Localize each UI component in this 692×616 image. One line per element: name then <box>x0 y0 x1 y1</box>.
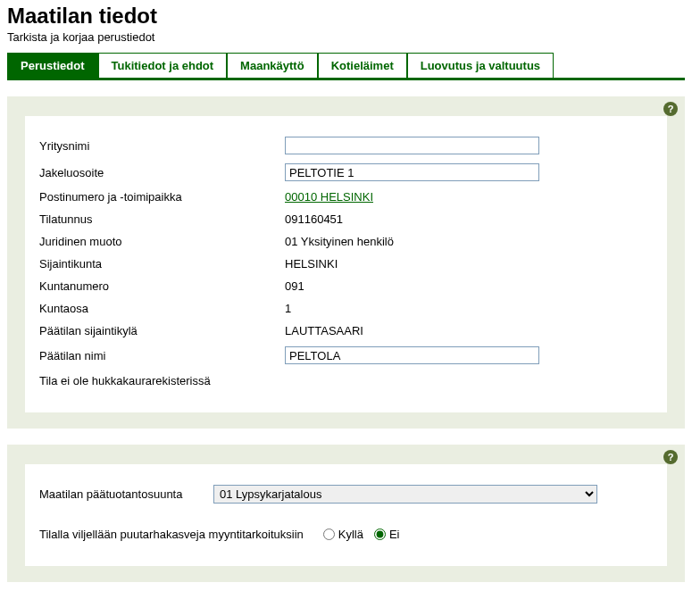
tabs-container: Perustiedot Tukitiedot ja ehdot Maankäyt… <box>7 53 685 80</box>
viljely-label: Tilalla viljellään puutarhakasveja myynt… <box>39 528 304 541</box>
kuntaosa-value: 1 <box>285 302 291 315</box>
juridinen-value: 01 Yksityinen henkilö <box>285 235 394 248</box>
paatuotanto-select[interactable]: 01 Lypsykarjatalous <box>213 485 597 504</box>
postinumero-label: Postinumero ja -toimipaikka <box>39 190 285 204</box>
sijaintikunta-value: HELSINKI <box>285 257 338 271</box>
tab-kotielaimet[interactable]: Kotieläimet <box>318 53 407 78</box>
juridinen-label: Juridinen muoto <box>39 235 285 248</box>
production-panel: ? Maatilan päätuotantosuunta 01 Lypsykar… <box>7 445 685 582</box>
yritysnimi-input[interactable] <box>285 137 539 154</box>
tilatunnus-label: Tilatunnus <box>39 212 285 226</box>
viljely-yes-label: Kyllä <box>338 528 363 541</box>
page-title: Maatilan tiedot <box>7 4 685 29</box>
tilatunnus-value: 091160451 <box>285 212 343 226</box>
paatila-nimi-label: Päätilan nimi <box>39 349 285 362</box>
viljely-no-label: Ei <box>389 528 400 541</box>
viljely-radio-yes[interactable] <box>323 529 335 540</box>
kuntanumero-label: Kuntanumero <box>39 279 285 293</box>
postinumero-link[interactable]: 00010 HELSINKI <box>285 190 373 204</box>
basic-info-panel: ? Yritysnimi Jakeluosoite Postinumero ja… <box>7 96 685 429</box>
kuntanumero-value: 091 <box>285 279 304 293</box>
paatila-sij-label: Päätilan sijaintikylä <box>39 324 285 337</box>
help-icon[interactable]: ? <box>663 450 678 464</box>
tab-luovutus[interactable]: Luovutus ja valtuutus <box>407 53 554 78</box>
hukkakaura-note: Tila ei ole hukkakaurarekisterissä <box>39 369 653 387</box>
paatila-nimi-input[interactable] <box>285 346 539 364</box>
tab-perustiedot[interactable]: Perustiedot <box>7 53 98 78</box>
basic-info-inner: Yritysnimi Jakeluosoite Postinumero ja -… <box>25 116 667 412</box>
yritysnimi-label: Yritysnimi <box>39 139 285 153</box>
sijaintikunta-label: Sijaintikunta <box>39 257 285 271</box>
paatuotanto-label: Maatilan päätuotantosuunta <box>39 487 213 501</box>
page-subtitle: Tarkista ja korjaa perustiedot <box>7 30 685 44</box>
tab-tukitiedot[interactable]: Tukitiedot ja ehdot <box>98 53 228 78</box>
help-icon[interactable]: ? <box>663 102 678 116</box>
kuntaosa-label: Kuntaosa <box>39 302 285 315</box>
jakeluosoite-label: Jakeluosoite <box>39 166 285 179</box>
viljely-radio-no[interactable] <box>374 529 386 540</box>
jakeluosoite-input[interactable] <box>285 163 539 181</box>
tab-maankaytto[interactable]: Maankäyttö <box>227 53 318 78</box>
production-inner: Maatilan päätuotantosuunta 01 Lypsykarja… <box>25 464 667 566</box>
paatila-sij-value: LAUTTASAARI <box>285 324 363 337</box>
